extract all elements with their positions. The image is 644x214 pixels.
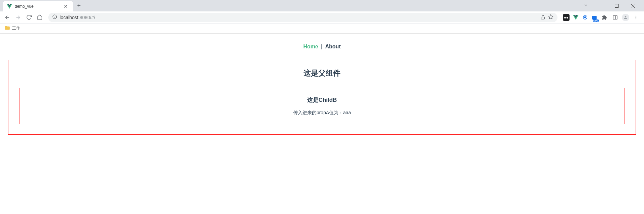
svg-rect-0 xyxy=(599,6,602,6)
close-tab-icon[interactable]: ✕ xyxy=(62,4,69,9)
maximize-button[interactable] xyxy=(609,1,624,11)
svg-marker-10 xyxy=(548,14,553,19)
chrome-menu-icon[interactable] xyxy=(632,13,640,22)
vue-devtools-icon[interactable] xyxy=(572,14,579,21)
extension-icons: ●● xyxy=(561,13,641,22)
bookmark-folder[interactable]: 工作 xyxy=(12,26,20,31)
close-window-button[interactable] xyxy=(625,1,640,11)
tab-title: demo_vue xyxy=(15,4,60,9)
extensions-puzzle-icon[interactable] xyxy=(600,13,608,22)
svg-point-17 xyxy=(636,15,636,16)
svg-rect-13 xyxy=(592,16,597,19)
svg-rect-1 xyxy=(615,4,618,7)
about-link[interactable]: About xyxy=(325,44,341,49)
profile-avatar-icon[interactable] xyxy=(622,14,629,21)
parent-title: 这是父组件 xyxy=(19,68,625,78)
extension-icon-1[interactable]: ●● xyxy=(563,14,570,21)
url-text: localhost:8080/#/ xyxy=(60,15,95,20)
window-controls xyxy=(584,1,641,11)
browser-chrome: demo_vue ✕ + xyxy=(0,0,644,34)
home-link[interactable]: Home xyxy=(303,44,318,49)
browser-tab[interactable]: demo_vue ✕ xyxy=(3,1,73,12)
child-title: 这是ChildB xyxy=(26,96,618,104)
extension-icon-3[interactable] xyxy=(582,14,588,21)
svg-point-19 xyxy=(636,18,636,19)
home-button[interactable] xyxy=(35,13,44,22)
site-info-icon[interactable] xyxy=(52,14,57,20)
svg-point-16 xyxy=(625,16,627,17)
extension-icon-4[interactable] xyxy=(591,14,598,21)
child-component-box: 这是ChildB 传入进来的propA值为：aaa xyxy=(19,88,625,124)
toolbar: localhost:8080/#/ ●● xyxy=(0,11,644,24)
back-button[interactable] xyxy=(3,13,12,22)
share-icon[interactable] xyxy=(540,14,545,20)
svg-rect-14 xyxy=(613,15,617,19)
minimize-button[interactable] xyxy=(593,1,608,11)
nav-separator: | xyxy=(321,44,322,49)
folder-icon xyxy=(5,25,10,32)
address-bar[interactable]: localhost:8080/#/ xyxy=(48,13,557,22)
parent-component-box: 这是父组件 这是ChildB 传入进来的propA值为：aaa xyxy=(8,60,636,135)
bookmark-star-icon[interactable] xyxy=(548,14,553,20)
tab-bar: demo_vue ✕ + xyxy=(0,0,644,11)
forward-button[interactable] xyxy=(13,13,23,22)
side-panel-icon[interactable] xyxy=(611,13,619,22)
vue-favicon-icon xyxy=(7,4,12,9)
bookmarks-bar: 工作 xyxy=(0,24,644,34)
svg-point-12 xyxy=(584,16,586,18)
nav-links: Home | About xyxy=(8,44,636,50)
child-prop-text: 传入进来的propA值为：aaa xyxy=(26,110,618,116)
reload-button[interactable] xyxy=(24,13,34,22)
new-tab-button[interactable]: + xyxy=(73,2,85,9)
chevron-down-icon[interactable] xyxy=(584,3,588,9)
page-content: Home | About 这是父组件 这是ChildB 传入进来的propA值为… xyxy=(0,34,644,148)
svg-point-18 xyxy=(636,17,636,17)
